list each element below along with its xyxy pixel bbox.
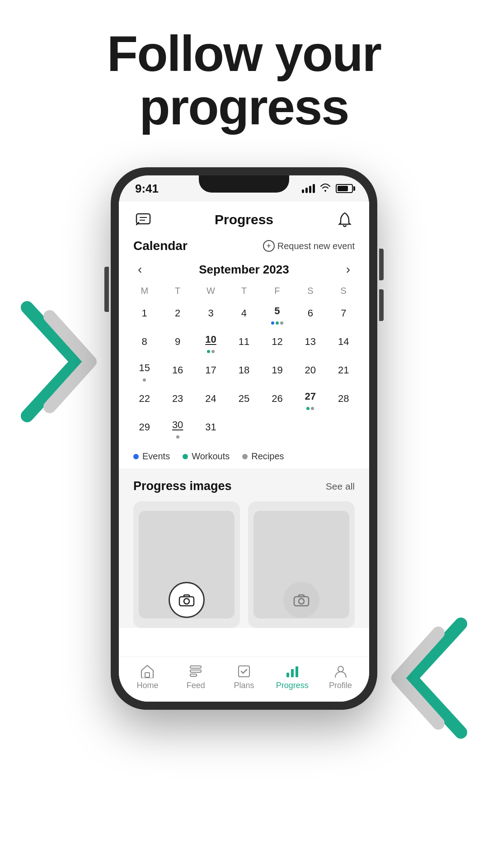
- app-content: Progress Calendar + Request new event: [119, 202, 369, 656]
- status-time: 9:41: [135, 182, 159, 196]
- cal-day-14[interactable]: 14: [327, 327, 360, 356]
- nav-home[interactable]: Home: [123, 664, 172, 690]
- cal-header-fri: F: [261, 283, 294, 299]
- calendar-label: Calendar: [133, 239, 188, 253]
- phone-frame: 9:41: [111, 167, 377, 710]
- nav-profile[interactable]: Profile: [316, 664, 365, 690]
- progress-images-title: Progress images: [133, 479, 232, 493]
- legend-events: Events: [133, 451, 170, 462]
- nav-home-label: Home: [136, 681, 158, 690]
- calendar-week-1: 1 2 3 4 5 6 7: [128, 299, 360, 327]
- svg-rect-12: [286, 673, 289, 677]
- progress-images-row: [133, 501, 355, 628]
- cal-header-sat: S: [294, 283, 327, 299]
- cal-day-28[interactable]: 28: [327, 384, 360, 413]
- phone-mockup: 9:41: [111, 167, 377, 710]
- progress-icon: [285, 664, 300, 679]
- camera-button-1[interactable]: [169, 582, 205, 618]
- svg-point-4: [184, 599, 189, 604]
- cal-day-5[interactable]: 5: [261, 299, 294, 327]
- plus-circle-icon: +: [263, 240, 275, 252]
- cal-day-15[interactable]: 15: [128, 356, 161, 384]
- cal-day-8[interactable]: 8: [128, 327, 161, 356]
- cal-day-24[interactable]: 24: [194, 384, 227, 413]
- cal-header-wed: W: [194, 283, 227, 299]
- cal-day-18[interactable]: 18: [227, 356, 260, 384]
- phone-notch: [199, 175, 289, 193]
- cal-empty-3: [294, 413, 327, 441]
- month-label: September 2023: [199, 263, 289, 277]
- progress-images-header: Progress images See all: [133, 479, 355, 493]
- cal-day-26[interactable]: 26: [261, 384, 294, 413]
- cal-day-19[interactable]: 19: [261, 356, 294, 384]
- battery-icon: [336, 184, 353, 193]
- svg-rect-10: [190, 674, 197, 676]
- progress-images-section: Progress images See all: [119, 469, 369, 628]
- next-month-button[interactable]: ›: [342, 260, 355, 278]
- cal-day-31[interactable]: 31: [194, 413, 227, 441]
- cal-day-3[interactable]: 3: [194, 299, 227, 327]
- prev-month-button[interactable]: ‹: [133, 260, 146, 278]
- progress-image-card-1[interactable]: [133, 501, 240, 628]
- svg-rect-11: [239, 666, 249, 677]
- app-header: Progress: [119, 202, 369, 235]
- calendar-grid: M T W T F S S 1 2 3 4: [119, 283, 369, 447]
- calendar-week-3: 15 16 17 18 19 20 21: [128, 356, 360, 384]
- nav-profile-label: Profile: [329, 681, 352, 690]
- cal-day-17[interactable]: 17: [194, 356, 227, 384]
- cal-day-30[interactable]: 30: [161, 413, 194, 441]
- cal-day-21[interactable]: 21: [327, 356, 360, 384]
- cal-day-9[interactable]: 9: [161, 327, 194, 356]
- cal-day-25[interactable]: 25: [227, 384, 260, 413]
- calendar-header-row: M T W T F S S: [128, 283, 360, 299]
- legend-recipes-dot: [242, 454, 248, 459]
- legend-workouts: Workouts: [183, 451, 230, 462]
- svg-rect-9: [190, 670, 201, 672]
- svg-rect-7: [145, 673, 150, 677]
- cal-day-16[interactable]: 16: [161, 356, 194, 384]
- cal-day-27[interactable]: 27: [294, 384, 327, 413]
- nav-plans[interactable]: Plans: [220, 664, 268, 690]
- cal-header-thu: T: [227, 283, 260, 299]
- cal-day-12[interactable]: 12: [261, 327, 294, 356]
- cal-day-20[interactable]: 20: [294, 356, 327, 384]
- phone-screen: 9:41: [119, 175, 369, 702]
- nav-feed-label: Feed: [187, 681, 205, 690]
- cal-day-11[interactable]: 11: [227, 327, 260, 356]
- profile-icon: [333, 664, 348, 679]
- cal-day-2[interactable]: 2: [161, 299, 194, 327]
- legend-workouts-label: Workouts: [192, 451, 230, 462]
- bell-icon[interactable]: [335, 210, 355, 230]
- calendar-legend: Events Workouts Recipes: [119, 447, 369, 469]
- cal-day-1[interactable]: 1: [128, 299, 161, 327]
- cal-day-13[interactable]: 13: [294, 327, 327, 356]
- nav-feed[interactable]: Feed: [172, 664, 220, 690]
- cal-day-10[interactable]: 10: [194, 327, 227, 356]
- cal-day-23[interactable]: 23: [161, 384, 194, 413]
- home-icon: [140, 664, 155, 679]
- cal-header-mon: M: [128, 283, 161, 299]
- cal-header-sun: S: [327, 283, 360, 299]
- legend-recipes-label: Recipes: [251, 451, 284, 462]
- cal-day-7[interactable]: 7: [327, 299, 360, 327]
- cal-empty-4: [327, 413, 360, 441]
- chat-icon[interactable]: [133, 210, 153, 230]
- progress-image-card-2[interactable]: [248, 501, 355, 628]
- calendar-week-2: 8 9 10 11 12 13 14: [128, 327, 360, 356]
- cal-header-tue: T: [161, 283, 194, 299]
- cal-day-4[interactable]: 4: [227, 299, 260, 327]
- hero-line1: Follow your: [107, 25, 381, 82]
- svg-point-6: [299, 599, 304, 604]
- nav-plans-label: Plans: [234, 681, 254, 690]
- cal-day-29[interactable]: 29: [128, 413, 161, 441]
- legend-events-label: Events: [142, 451, 170, 462]
- camera-button-2[interactable]: [283, 582, 319, 618]
- request-event-button[interactable]: + Request new event: [263, 240, 355, 252]
- cal-day-22[interactable]: 22: [128, 384, 161, 413]
- cal-day-6[interactable]: 6: [294, 299, 327, 327]
- svg-rect-14: [296, 666, 298, 677]
- hero-line2: progress: [139, 79, 348, 135]
- see-all-button[interactable]: See all: [326, 481, 355, 492]
- calendar-section-header: Calendar + Request new event: [119, 235, 369, 259]
- nav-progress[interactable]: Progress: [268, 664, 316, 690]
